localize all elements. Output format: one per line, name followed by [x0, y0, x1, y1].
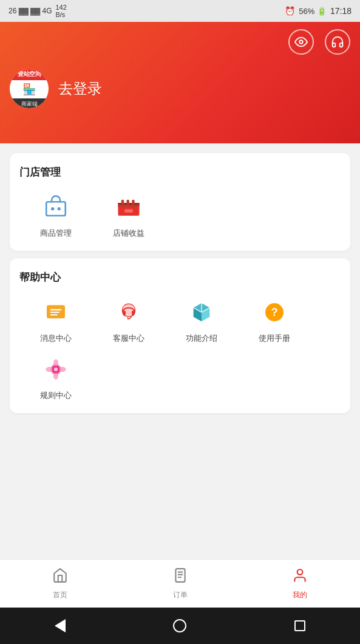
grid-item-revenue[interactable]: 店铺收益: [92, 191, 165, 239]
app-logo: 壹站空间 🏪 商家端: [10, 69, 49, 108]
svg-rect-8: [127, 200, 129, 205]
store-management-card: 门店管理 商品管理: [10, 153, 350, 251]
help-row-2: 规则中心: [19, 354, 341, 401]
header: 壹站空间 🏪 商家端 去登录: [0, 22, 360, 143]
svg-point-2: [51, 207, 54, 210]
features-label: 功能介绍: [186, 333, 217, 344]
revenue-label: 店铺收益: [113, 228, 144, 239]
rules-label: 规则中心: [40, 390, 72, 401]
svg-rect-10: [124, 210, 133, 213]
help-row-1: 消息中心: [19, 296, 341, 344]
grid-item-service[interactable]: 客服中心: [92, 296, 165, 344]
logo-top-text: 壹站空间: [10, 69, 49, 80]
manual-label: 使用手册: [259, 333, 290, 344]
svg-rect-17: [123, 311, 126, 315]
grid-item-message[interactable]: 消息中心: [19, 296, 92, 344]
recent-button[interactable]: [285, 611, 315, 641]
orders-nav-icon: [172, 567, 188, 587]
time-text: 17:18: [330, 6, 352, 16]
service-icon: [113, 296, 144, 328]
goods-label: 商品管理: [40, 228, 72, 239]
status-right: ⏰ 56% 🔋 17:18: [285, 6, 352, 16]
svg-point-3: [58, 207, 61, 210]
rules-icon: [40, 354, 72, 385]
speed-text: 142B/s: [55, 4, 66, 18]
revenue-icon: [113, 191, 144, 223]
grid-item-manual[interactable]: ? 使用手册: [238, 296, 311, 344]
svg-point-34: [54, 368, 58, 372]
svg-rect-9: [132, 200, 134, 205]
orders-nav-label: 订单: [173, 590, 188, 600]
svg-rect-1: [46, 202, 66, 216]
service-label: 客服中心: [113, 333, 144, 344]
home-nav-label: 首页: [53, 590, 67, 600]
svg-rect-18: [132, 311, 134, 315]
home-nav-icon: [52, 567, 68, 587]
header-profile[interactable]: 壹站空间 🏪 商家端 去登录: [10, 69, 350, 108]
alarm-icon: ⏰: [285, 6, 295, 16]
mine-nav-icon: [292, 567, 308, 587]
nav-item-orders[interactable]: 订单: [120, 563, 240, 605]
svg-point-39: [297, 569, 303, 575]
signal-text: 26 ▓▓ ▓▓ 4G: [8, 7, 52, 15]
svg-rect-7: [121, 200, 124, 205]
goods-icon: [40, 191, 72, 223]
header-icons: [10, 29, 350, 55]
help-center-card: 帮助中心 消息中心: [10, 258, 350, 413]
home-button[interactable]: [165, 611, 195, 641]
system-nav: [0, 608, 360, 644]
grid-item-goods[interactable]: 商品管理: [19, 191, 92, 239]
nav-item-home[interactable]: 首页: [0, 563, 120, 605]
status-bar: 26 ▓▓ ▓▓ 4G 142B/s ⏰ 56% 🔋 17:18: [0, 0, 360, 22]
headphones-icon-button[interactable]: [325, 29, 350, 55]
back-button[interactable]: [45, 611, 75, 641]
message-icon: [40, 296, 72, 328]
status-left: 26 ▓▓ ▓▓ 4G 142B/s: [8, 4, 67, 18]
bottom-nav: 首页 订单 我的: [0, 559, 360, 608]
back-icon: [55, 619, 66, 632]
svg-text:?: ?: [271, 306, 277, 318]
manual-icon: ?: [259, 296, 290, 328]
features-icon: [186, 296, 217, 328]
eye-icon-button[interactable]: [288, 29, 314, 55]
grid-item-features[interactable]: 功能介绍: [165, 296, 238, 344]
home-icon: [173, 619, 186, 632]
store-management-grid: 商品管理 店铺收益: [19, 191, 341, 239]
logo-bottom-text: 商家端: [10, 98, 49, 109]
battery-text: 56% 🔋: [299, 7, 327, 16]
recent-icon: [294, 620, 305, 631]
login-text[interactable]: 去登录: [58, 79, 102, 98]
main-content: 门店管理 商品管理: [0, 143, 360, 559]
help-center-title: 帮助中心: [19, 270, 341, 284]
grid-item-rules[interactable]: 规则中心: [19, 354, 92, 401]
store-management-title: 门店管理: [19, 165, 341, 179]
nav-item-mine[interactable]: 我的: [240, 563, 360, 605]
mine-nav-label: 我的: [293, 590, 307, 600]
svg-point-0: [299, 40, 303, 44]
message-label: 消息中心: [40, 333, 72, 344]
